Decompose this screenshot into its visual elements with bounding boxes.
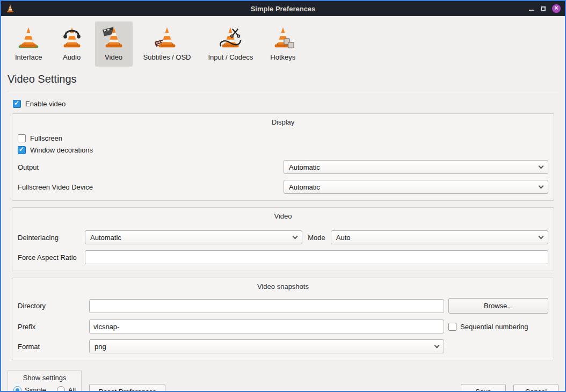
window-title: Simple Preferences [1,5,565,13]
directory-input[interactable] [89,299,444,313]
tab-label: Audio [63,53,81,61]
reset-preferences-button[interactable]: Reset Preferences [89,384,165,392]
prefix-input[interactable] [89,320,444,333]
all-radio[interactable] [57,386,65,392]
chevron-down-icon [539,234,544,239]
mode-value: Auto [336,234,351,242]
aspect-ratio-row: Force Aspect Ratio [18,250,548,264]
chevron-down-icon [434,343,440,348]
close-icon[interactable]: × [552,4,561,13]
output-label: Output [18,163,284,171]
show-settings-options: Simple All [13,386,76,392]
minimize-icon[interactable] [529,10,534,11]
deinterlacing-dropdown[interactable]: Automatic [85,230,302,244]
tab-hotkeys[interactable]: Hotkeys [264,21,302,67]
preferences-toolbar: Interface Audio Video [1,16,565,67]
format-label: Format [18,343,85,351]
format-value: png [95,343,106,351]
interface-icon [16,26,41,50]
output-row: Output Automatic [18,160,548,174]
page-title: Video Settings [8,73,558,85]
fullscreen-device-row: Fullscreen Video Device Automatic [18,180,548,194]
deinterlacing-label: Deinterlacing [18,234,85,242]
format-dropdown[interactable]: png [89,339,444,353]
mode-dropdown[interactable]: Auto [331,230,548,244]
tab-audio[interactable]: Audio [53,21,91,67]
simple-radio[interactable] [13,386,21,392]
display-group: Display Fullscreen Window decorations Ou… [12,113,554,201]
deinterlacing-row: Deinterlacing Automatic Mode Auto [18,230,548,244]
fullscreen-device-label: Fullscreen Video Device [18,183,284,191]
sequential-numbering-label: Sequential numbering [460,323,528,331]
chevron-down-icon [539,163,544,169]
output-dropdown[interactable]: Automatic [284,160,548,174]
window-decorations-checkbox[interactable] [18,146,26,154]
vlc-cone-icon [5,4,15,13]
video-group-title: Video [18,210,548,224]
restore-icon[interactable] [541,6,546,11]
display-group-title: Display [18,116,548,130]
settings-content: Video Settings Enable video Display Full… [1,67,565,367]
snapshots-group-title: Video snapshots [18,280,548,295]
window-decorations-row: Window decorations [18,146,548,154]
chevron-down-icon [539,183,544,188]
footer: Show settings Simple All Reset Preferenc… [1,367,565,392]
cancel-button[interactable]: Cancel [513,384,558,392]
all-radio-label: All [68,386,76,392]
browse-button[interactable]: Browse... [448,298,548,314]
snapshots-group: Video snapshots Directory Browse... Pref… [12,278,554,360]
fullscreen-device-dropdown[interactable]: Automatic [284,180,548,194]
directory-label: Directory [18,302,85,310]
tab-label: Interface [15,53,42,61]
fullscreen-device-value: Automatic [289,183,320,191]
subtitles-icon [155,26,179,50]
tab-video[interactable]: Video [95,21,133,67]
tab-interface[interactable]: Interface [9,21,49,67]
enable-video-label: Enable video [25,100,66,108]
title-bar[interactable]: Simple Preferences × [1,1,565,16]
output-value: Automatic [289,163,320,171]
input-codecs-icon [218,26,243,50]
snapshots-grid: Directory Browse... Prefix Sequential nu… [18,298,548,353]
window-decorations-label: Window decorations [30,146,93,154]
sequential-numbering-row: Sequential numbering [448,323,548,331]
show-settings-title: Show settings [13,373,76,386]
tab-input-codecs[interactable]: Input / Codecs [201,21,259,67]
video-group: Video Deinterlacing Automatic Mode Auto … [12,207,554,271]
tab-label: Subtitles / OSD [143,53,191,61]
title-divider [8,91,558,91]
audio-icon [60,26,84,50]
sequential-numbering-checkbox[interactable] [448,323,456,331]
chevron-down-icon [293,234,298,239]
video-icon [101,26,126,50]
prefix-label: Prefix [18,323,85,331]
fullscreen-row: Fullscreen [18,134,548,142]
tab-subtitles-osd[interactable]: Subtitles / OSD [137,21,198,67]
simple-preferences-window: Simple Preferences × Interface Audio [0,0,566,392]
aspect-ratio-input[interactable] [85,250,548,264]
enable-video-row: Enable video [13,100,558,108]
hotkeys-icon [271,26,295,50]
tab-label: Video [105,53,122,61]
deinterlacing-value: Automatic [90,234,121,242]
fullscreen-label: Fullscreen [30,134,62,142]
mode-label: Mode [308,234,325,242]
show-settings-group: Show settings Simple All [8,370,82,392]
save-button[interactable]: Save [461,384,506,392]
tab-label: Hotkeys [270,53,295,61]
enable-video-checkbox[interactable] [13,100,21,108]
simple-radio-label: Simple [25,386,46,392]
tab-label: Input / Codecs [208,53,253,61]
aspect-ratio-label: Force Aspect Ratio [18,253,85,262]
fullscreen-checkbox[interactable] [18,134,26,142]
